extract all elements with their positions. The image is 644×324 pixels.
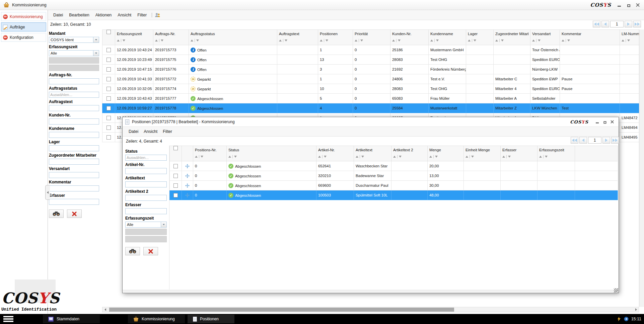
cell-auftragstext[interactable] xyxy=(277,103,318,113)
sort-desc-icon[interactable] xyxy=(567,39,570,42)
cell-mitarbeiter[interactable] xyxy=(494,55,530,65)
clock[interactable]: 15:11 xyxy=(631,317,641,321)
connection-icon[interactable] xyxy=(617,317,621,321)
position-row[interactable]: 0 Abgeschlossen 652641 Waschbecken Star … xyxy=(170,161,618,171)
versandart-input[interactable] xyxy=(49,172,99,178)
cell-erfassungszeit[interactable]: 12.09.2019 10:43:43 xyxy=(115,94,153,103)
menu-ansicht[interactable]: Ansicht xyxy=(115,12,134,18)
cell-kundenname[interactable]: Mustermann GmbH xyxy=(429,45,466,55)
cell-lager[interactable] xyxy=(466,74,494,84)
cell-menge[interactable]: 20,00 xyxy=(428,161,464,171)
artikel-nr-input[interactable] xyxy=(125,168,167,174)
last-page-button[interactable] xyxy=(611,137,619,144)
cell-erfasser[interactable] xyxy=(501,190,538,200)
sort-asc-icon[interactable] xyxy=(502,156,505,158)
cell-lager[interactable] xyxy=(466,65,494,74)
sort-desc-icon[interactable] xyxy=(398,39,401,42)
select-all-checkbox[interactable] xyxy=(173,146,178,150)
cell-erfassungszeit[interactable]: 12.09.2019 10:43:24 xyxy=(115,45,153,55)
sort-asc-icon[interactable] xyxy=(466,156,468,158)
sidebar-item-konfiguration[interactable]: Konfiguration xyxy=(1,33,46,42)
col-versandart[interactable]: Versandart xyxy=(530,30,560,45)
clear-button[interactable] xyxy=(67,210,82,218)
cell-kundenname[interactable]: Test OHG xyxy=(429,55,466,65)
cell-artikel-nr[interactable]: 320210 xyxy=(316,171,354,181)
sort-desc-icon[interactable] xyxy=(285,39,287,42)
cell-erfasser[interactable] xyxy=(501,171,538,181)
sort-asc-icon[interactable] xyxy=(392,39,395,42)
order-row[interactable]: 12.09.2019 10:32:05 2019715774 Geparkt 1… xyxy=(102,84,644,94)
sort-desc-icon[interactable] xyxy=(360,39,363,42)
cell-artikeltext2[interactable] xyxy=(391,181,428,190)
scroll-right-arrow[interactable] xyxy=(633,308,639,312)
cell-versandart[interactable]: Nürnberg-LKW xyxy=(530,65,560,74)
cell-auftragstext[interactable] xyxy=(277,45,318,55)
cell-erfassungszeit[interactable] xyxy=(538,171,575,181)
cell-mitarbeiter[interactable]: Mitarbeiter 4 xyxy=(494,84,530,94)
page-number-input[interactable]: 1 xyxy=(610,21,624,27)
sort-asc-icon[interactable] xyxy=(495,39,498,42)
cell-auftrags-nr[interactable]: 2019715777 xyxy=(153,94,189,103)
sort-desc-icon[interactable] xyxy=(361,156,364,158)
cell-versandart[interactable]: Spedition EURO xyxy=(530,84,560,94)
cell-erfasser[interactable] xyxy=(501,161,538,171)
cell-einheit-menge[interactable] xyxy=(464,181,501,190)
cell-artikel-nr[interactable]: 100503 xyxy=(316,190,354,200)
cell-kommentar[interactable] xyxy=(560,55,620,65)
cell-auftragsstatus[interactable]: Offen xyxy=(189,45,277,55)
cell-artikeltext2[interactable] xyxy=(391,161,428,171)
sort-desc-icon[interactable] xyxy=(545,156,548,158)
kundenname-input[interactable] xyxy=(49,132,99,138)
search-button[interactable] xyxy=(125,247,140,255)
cell-status[interactable]: Abgeschlossen xyxy=(227,190,316,200)
next-page-button[interactable] xyxy=(602,137,610,144)
dropdown-arrow-icon[interactable] xyxy=(93,51,99,56)
cell-auftragstext[interactable] xyxy=(277,74,318,84)
row-checkbox[interactable] xyxy=(173,174,178,178)
sort-desc-icon[interactable] xyxy=(508,156,511,158)
kunden-nr-input[interactable] xyxy=(49,118,99,125)
page-number-input[interactable]: 1 xyxy=(588,137,601,144)
cell-positions-nr[interactable]: 0 xyxy=(193,190,227,200)
col-kundenname[interactable]: Kundenname xyxy=(429,30,466,45)
users-icon[interactable] xyxy=(154,12,160,18)
mitarbeiter-input[interactable] xyxy=(49,159,99,165)
col-kommentar[interactable]: Kommentar xyxy=(560,30,620,45)
cell-erfassungszeit[interactable]: 12.09.2019 10:47:15 xyxy=(115,65,153,74)
col-prioritaet[interactable]: Priorität xyxy=(353,30,390,45)
status-input[interactable] xyxy=(125,155,167,161)
sort-asc-icon[interactable] xyxy=(532,39,535,42)
cell-mitarbeiter[interactable] xyxy=(494,45,530,55)
first-page-button[interactable] xyxy=(593,21,600,27)
cell-kommentar[interactable]: Pause xyxy=(560,84,620,94)
erfasser-input[interactable] xyxy=(49,199,99,205)
cell-prioritaet[interactable]: 0 xyxy=(353,65,390,74)
cell-menge[interactable]: 13,00 xyxy=(428,171,464,181)
cell-kundenname[interactable]: Frau Müller xyxy=(429,94,466,103)
cell-lager[interactable] xyxy=(466,84,494,94)
sort-desc-icon[interactable] xyxy=(196,39,199,42)
cell-kunden-nr[interactable]: 21692 xyxy=(390,65,429,74)
select-all-checkbox[interactable] xyxy=(106,30,111,34)
cell-erfassungszeit[interactable]: 12.09.2019 10:23:49 xyxy=(115,55,153,65)
close-button[interactable] xyxy=(635,2,641,8)
cell-kunden-nr[interactable]: 28083 xyxy=(390,55,429,65)
cell-prioritaet[interactable]: 0 xyxy=(353,74,390,84)
row-checkbox[interactable] xyxy=(106,126,111,130)
col-erfassungszeit[interactable]: Erfassungszeit xyxy=(538,146,575,161)
cell-kunden-nr[interactable]: 25584 xyxy=(390,103,429,113)
cell-auftragsstatus[interactable]: Abgeschlossen xyxy=(189,103,277,113)
cell-lager[interactable] xyxy=(466,55,494,65)
cell-kunden-nr[interactable]: 24806 xyxy=(390,74,429,84)
order-row[interactable]: 12.09.2019 10:59:27 2019715778 Abgeschlo… xyxy=(102,103,644,113)
sidebar-item-auftraege[interactable]: Aufträge xyxy=(1,22,46,31)
cell-kunden-nr[interactable]: 28083 xyxy=(390,84,429,94)
cell-auftrags-nr[interactable]: 2019715774 xyxy=(153,84,189,94)
cell-erfassungszeit[interactable] xyxy=(538,161,575,171)
cell-kundenname[interactable]: Test OHG xyxy=(429,84,466,94)
sort-desc-icon[interactable] xyxy=(123,39,125,42)
cell-einheit-menge[interactable] xyxy=(464,171,501,181)
cell-versandart[interactable]: Spedition EWP xyxy=(530,74,560,84)
dialog-minimize-button[interactable] xyxy=(595,119,599,124)
cell-prioritaet[interactable]: 0 xyxy=(353,103,390,113)
